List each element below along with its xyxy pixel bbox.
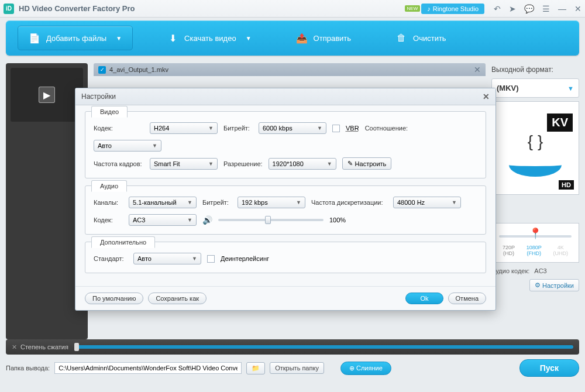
browse-folder-button[interactable]: 📁 (246, 362, 265, 374)
channels-label: Каналы: (94, 199, 123, 206)
add-files-label: Добавить файлы (46, 34, 106, 43)
extra-section: Дополнительно Стандарт: Авто▼ Деинтерлей… (85, 242, 486, 273)
remove-file-icon[interactable]: ✕ (474, 65, 481, 74)
cancel-button[interactable]: Отмена (448, 293, 486, 304)
chevron-down-icon: ▼ (246, 35, 252, 42)
slider-handle-icon (74, 343, 79, 351)
standard-label: Стандарт: (94, 255, 128, 262)
file-item[interactable]: ✓ 4_avi_Output_1.mkv ✕ (94, 63, 486, 76)
titlebar: iD HD Video Converter Factory Pro NEW ♪ … (0, 0, 585, 18)
checkbox-icon[interactable]: ✓ (98, 66, 106, 74)
audio-codec-label: Кодек: (94, 216, 123, 223)
audio-tab: Аудио (91, 180, 127, 192)
output-folder-label: Папка вывода: (6, 365, 50, 372)
download-video-button[interactable]: ⬇ Скачать видео ▼ (156, 26, 261, 50)
close-icon[interactable]: ✕ (12, 343, 17, 351)
chevron-down-icon: ▼ (192, 256, 197, 262)
chevron-down-icon: ▼ (296, 200, 301, 205)
ringtone-studio-button[interactable]: ♪ Ringtone Studio (421, 4, 484, 14)
samplerate-label: Частота дискретизации: (311, 199, 387, 206)
modal-close-icon[interactable]: ✕ (483, 92, 490, 101)
resolution-labels: 720P(HD) 1080P(FHD) 4K(UHD) (497, 245, 574, 256)
deinterlace-checkbox[interactable] (207, 255, 215, 263)
chevron-down-icon: ▼ (187, 217, 192, 223)
audio-bitrate-label: Битрейт: (202, 199, 232, 206)
format-value: (MKV) (497, 84, 519, 92)
volume-slider[interactable] (218, 219, 324, 221)
app-title: HD Video Converter Factory Pro (19, 4, 135, 13)
swoosh-icon (509, 153, 562, 177)
video-bitrate-label: Битрейт: (223, 125, 253, 132)
output-header: Выходной формат: (491, 63, 579, 78)
chevron-down-icon: ▼ (208, 161, 214, 167)
save-as-button[interactable]: Сохранить как (148, 293, 207, 304)
vbr-checkbox[interactable] (332, 125, 340, 132)
ringtone-icon: ♪ (427, 5, 431, 12)
samplerate-select[interactable]: 48000 Hz▼ (393, 197, 461, 208)
custom-resolution-button[interactable]: ✎Настроить (342, 157, 392, 170)
audio-codec-select[interactable]: AC3▼ (129, 214, 197, 226)
chevron-down-icon: ▼ (327, 161, 332, 167)
hd-badge: HD (559, 180, 574, 190)
audio-section: Аудио Каналы: 5.1-канальный▼ Битрейт: 19… (85, 185, 486, 235)
defaults-button[interactable]: По умолчанию (85, 293, 143, 304)
clear-button[interactable]: 🗑 Очистить (385, 26, 457, 50)
compression-bar: ✕ Степень сжатия (6, 339, 579, 355)
modal-title: Настройки (81, 92, 116, 101)
format-preview[interactable]: KV { } HD (491, 101, 579, 195)
pin-icon[interactable]: ➤ (509, 4, 516, 13)
chevron-down-icon: ▼ (452, 200, 457, 205)
modal-footer: По умолчанию Сохранить как Ok Отмена (75, 286, 495, 310)
send-button[interactable]: 📤 Отправить (285, 26, 362, 50)
standard-select[interactable]: Авто▼ (133, 253, 201, 264)
extra-tab: Дополнительно (91, 236, 155, 248)
merge-label: Слияние (356, 365, 383, 372)
video-codec-select[interactable]: H264▼ (150, 122, 218, 134)
run-button[interactable]: Пуск (519, 359, 579, 377)
video-section: Видео Кодек: H264▼ Битрейт: 6000 kbps▼ V… (85, 111, 486, 178)
ratio-select[interactable]: Авто▼ (94, 140, 161, 152)
video-thumbnail[interactable]: ▶ (11, 68, 83, 122)
new-badge: NEW (405, 5, 421, 12)
add-file-icon: 📄 (29, 32, 40, 44)
trash-icon: 🗑 (395, 32, 407, 44)
fps-select[interactable]: Smart Fit▼ (150, 158, 218, 170)
format-dropdown[interactable]: (MKV) ▼ (491, 78, 579, 98)
app-logo-icon: iD (4, 4, 14, 14)
merge-button[interactable]: ⊕ Слияние (340, 362, 391, 375)
audio-bitrate-select[interactable]: 192 kbps▼ (238, 197, 305, 208)
open-folder-button[interactable]: Открыть папку (270, 362, 324, 374)
fps-label: Частота кадров: (94, 160, 144, 167)
channels-select[interactable]: 5.1-канальный▼ (129, 197, 197, 208)
chevron-down-icon: ▼ (208, 125, 214, 131)
video-bitrate-select[interactable]: 6000 kbps▼ (259, 122, 326, 134)
send-label: Отправить (314, 34, 351, 43)
chevron-down-icon: ▼ (567, 85, 574, 92)
close-icon[interactable]: ✕ (574, 4, 581, 13)
add-files-button[interactable]: 📄 Добавить файлы ▼ (18, 26, 133, 50)
codec-value: AC3 (534, 267, 546, 274)
resolution-slider[interactable]: 📍 (497, 229, 574, 241)
play-icon: ▶ (39, 87, 55, 103)
chevron-down-icon: ▼ (116, 35, 122, 42)
ok-button[interactable]: Ok (405, 293, 443, 304)
folder-icon: 📁 (252, 365, 260, 372)
settings-modal: Настройки ✕ Видео Кодек: H264▼ Битрейт: … (75, 88, 496, 311)
chevron-down-icon: ▼ (152, 143, 157, 149)
file-name: 4_avi_Output_1.mkv (109, 66, 168, 73)
output-settings-button[interactable]: ⚙ Настройки (529, 279, 579, 291)
audio-codec-row: Аудио кодек: AC3 (491, 267, 579, 274)
output-path-input[interactable] (54, 362, 242, 374)
vbr-label: VBR (346, 125, 359, 132)
comment-icon[interactable]: 💬 (524, 4, 534, 13)
resolution-select[interactable]: 1920*1080▼ (269, 158, 336, 170)
send-icon: 📤 (296, 32, 308, 44)
undo-icon[interactable]: ↶ (494, 4, 501, 13)
compression-slider[interactable] (74, 345, 573, 349)
video-tab: Видео (91, 106, 128, 118)
window-controls: ↶ ➤ 💬 ☰ — ✕ (494, 4, 581, 13)
menu-icon[interactable]: ☰ (542, 4, 550, 13)
minimize-icon[interactable]: — (558, 4, 566, 13)
download-icon: ⬇ (167, 32, 178, 44)
volume-value: 100% (329, 216, 346, 223)
